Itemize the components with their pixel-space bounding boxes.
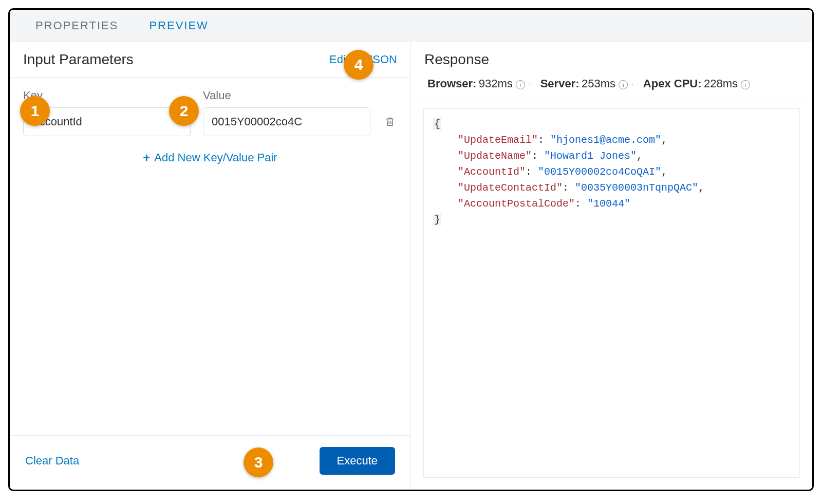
response-title: Response — [424, 51, 489, 68]
plus-icon: + — [143, 151, 150, 165]
info-icon[interactable]: i — [516, 80, 525, 89]
content-split: Input Parameters Edit as JSON Key Value — [10, 42, 812, 490]
callout-3: 3 — [244, 447, 273, 477]
tab-bar: PROPERTIES PREVIEW — [10, 10, 812, 42]
app-frame: 1 2 3 4 PROPERTIES PREVIEW Input Paramet… — [8, 8, 814, 491]
response-json[interactable]: { "UpdateEmail": "hjones1@acme.com", "Up… — [423, 108, 800, 478]
info-icon[interactable]: i — [741, 80, 750, 89]
browser-label: Browser: — [427, 77, 476, 90]
value-column-label: Value — [203, 89, 370, 102]
add-kv-pair-label: Add New Key/Value Pair — [154, 151, 277, 164]
trash-icon — [384, 116, 396, 128]
callout-4: 4 — [344, 50, 373, 80]
tab-properties[interactable]: PROPERTIES — [20, 10, 134, 42]
apex-label: Apex CPU: — [643, 77, 702, 90]
execute-button[interactable]: Execute — [320, 447, 396, 475]
metric-separator: · — [631, 80, 633, 89]
callout-2: 2 — [169, 96, 199, 126]
callout-1: 1 — [20, 96, 50, 126]
input-params-title: Input Parameters — [23, 51, 134, 68]
clear-data-link[interactable]: Clear Data — [25, 454, 79, 468]
kv-row — [23, 107, 397, 136]
delete-row-button[interactable] — [383, 116, 397, 128]
apex-value: 228ms — [704, 77, 738, 90]
value-input[interactable] — [203, 107, 370, 136]
info-icon[interactable]: i — [619, 80, 628, 89]
response-header: Response Browser: 932ms i · Server: 253m… — [411, 42, 812, 100]
server-label: Server: — [540, 77, 580, 90]
right-panel: Response Browser: 932ms i · Server: 253m… — [411, 42, 812, 490]
metric-separator: · — [529, 80, 531, 89]
left-panel: Input Parameters Edit as JSON Key Value — [10, 42, 411, 490]
left-footer: Clear Data Execute — [10, 435, 410, 490]
tab-preview[interactable]: PREVIEW — [134, 10, 223, 42]
kv-area: Key Value + Add New Key/Value Pair — [10, 78, 410, 435]
key-column-label: Key — [23, 89, 191, 102]
browser-value: 932ms — [479, 77, 513, 90]
add-kv-pair-button[interactable]: + Add New Key/Value Pair — [143, 151, 277, 165]
server-value: 253ms — [582, 77, 615, 90]
